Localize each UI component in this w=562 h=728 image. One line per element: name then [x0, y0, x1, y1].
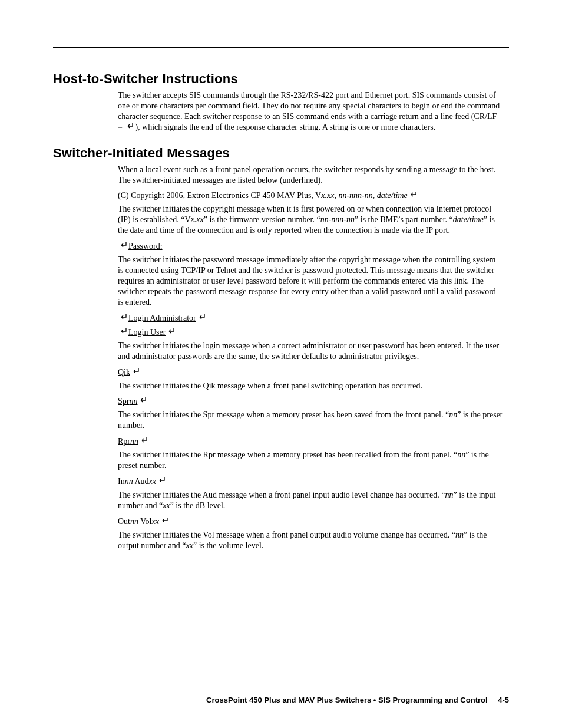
section1-body: The switcher accepts SIS commands throug…	[118, 90, 503, 133]
text: Login User	[128, 328, 166, 337]
text: ), which signals the end of the response…	[135, 123, 435, 131]
spr-message: Sprnn	[118, 397, 503, 406]
var: nn	[130, 517, 138, 526]
password-message: Password:	[118, 242, 503, 251]
var: date/time	[377, 191, 408, 200]
heading-host-to-switcher: Host-to-Switcher Instructions	[53, 71, 509, 87]
text: Out	[118, 517, 130, 526]
vol-message: Outnn Volxx	[118, 517, 503, 526]
var: nn	[125, 477, 133, 486]
text: ” is the volume level.	[193, 541, 263, 550]
section2-body: When a local event such as a front panel…	[118, 164, 503, 551]
heading-switcher-initiated: Switcher-Initiated Messages	[53, 146, 509, 161]
var: x.xx	[321, 191, 334, 200]
var: nn-nnn-nn	[338, 191, 372, 200]
section1-para: The switcher accepts SIS commands throug…	[118, 90, 503, 133]
login-para: The switcher initiates the login message…	[118, 341, 503, 362]
crlf-icon	[160, 518, 169, 524]
text: The switcher initiates the Spr message w…	[118, 410, 449, 419]
crlf-icon	[131, 369, 140, 375]
var: xx	[163, 501, 170, 510]
var: nn	[455, 531, 464, 539]
crlf-icon	[125, 124, 134, 130]
text: Login Administrator	[128, 314, 196, 322]
crlf-icon	[118, 329, 128, 335]
text: Qik	[118, 368, 130, 377]
section2-intro: When a local event such as a front panel…	[118, 164, 503, 186]
var: nn	[445, 490, 454, 499]
var: nn	[129, 397, 137, 406]
copyright-message: (C) Copyright 2006, Extron Electronics C…	[118, 191, 503, 200]
page-number: 4-5	[498, 696, 509, 704]
crlf-icon	[157, 478, 166, 484]
spr-para: The switcher initiates the Spr message w…	[118, 410, 503, 431]
var: nn	[130, 437, 138, 446]
text: ” is the firmware version number. “	[204, 215, 320, 224]
crlf-icon	[197, 315, 206, 321]
crlf-icon	[139, 438, 148, 444]
rpr-para: The switcher initiates the Rpr message w…	[118, 450, 503, 471]
crlf-icon	[118, 315, 128, 321]
text: ,	[373, 191, 377, 200]
vol-para: The switcher initiates the Vol message w…	[118, 530, 503, 551]
crlf-icon	[118, 243, 128, 249]
footer: CrossPoint 450 Plus and MAV Plus Switche…	[53, 696, 509, 704]
text: Spr	[118, 397, 129, 406]
text: The switcher initiates the Vol message w…	[118, 531, 455, 539]
var: date/time	[453, 215, 484, 224]
crlf-icon	[408, 192, 418, 198]
text: The switcher initiates the Rpr message w…	[118, 450, 457, 459]
text: ” is the dB level.	[170, 501, 226, 510]
aud-para: The switcher initiates the Aud message w…	[118, 490, 503, 511]
text: ” is the BME’s part number. “	[355, 215, 453, 224]
var: xx	[186, 541, 193, 550]
text: Rpr	[118, 437, 130, 446]
var: x.xx	[191, 215, 204, 224]
text: Vol	[138, 517, 151, 526]
aud-message: Innn Audxx	[118, 477, 503, 486]
password-para: The switcher initiates the password mess…	[118, 255, 503, 308]
var: xx	[149, 477, 156, 486]
login-admin-message: Login Administrator	[118, 314, 503, 323]
text: (C) Copyright 2006, Extron Electronics C…	[118, 191, 321, 200]
rpr-message: Rprnn	[118, 437, 503, 446]
login-user-message: Login User	[118, 328, 503, 337]
text: Aud	[133, 477, 149, 486]
copyright-para: The switcher initiates the copyright mes…	[118, 204, 503, 236]
var: nn	[457, 450, 465, 459]
var: nn	[449, 410, 457, 419]
qik-para: The switcher initiates the Qik message w…	[118, 381, 503, 391]
footer-text: CrossPoint 450 Plus and MAV Plus Switche…	[206, 696, 487, 704]
text: In	[118, 477, 125, 486]
var: nn-nnn-nn	[320, 215, 355, 224]
crlf-icon	[138, 398, 147, 404]
text: Password:	[128, 242, 163, 251]
top-rule	[53, 47, 509, 48]
text: The switcher initiates the Aud message w…	[118, 490, 445, 499]
qik-message: Qik	[118, 368, 503, 377]
crlf-icon	[166, 329, 176, 335]
page: Host-to-Switcher Instructions The switch…	[0, 0, 562, 728]
var: xx	[151, 517, 158, 526]
